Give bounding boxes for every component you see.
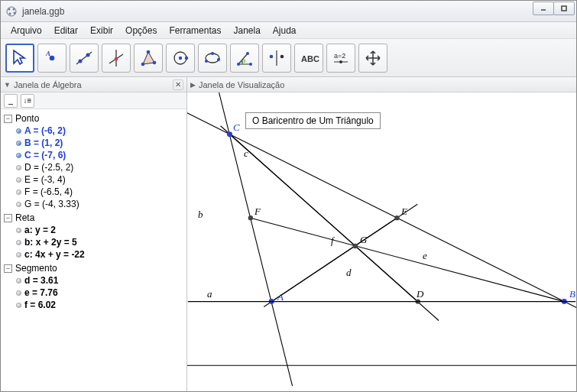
- menu-exibir[interactable]: Exibir: [85, 24, 118, 37]
- window-title: janela.ggb: [22, 6, 64, 17]
- svg-rect-6: [562, 6, 566, 11]
- maximize-button[interactable]: [553, 2, 575, 15]
- tool-moveview-button[interactable]: [358, 44, 387, 73]
- graphics-caption: O Baricentro de Um Triângulo: [245, 112, 381, 129]
- graphics-title: Janela de Visualização: [199, 80, 284, 89]
- tree-item[interactable]: F = (-6.5, 4): [16, 186, 185, 198]
- label-line-a: a: [207, 288, 212, 300]
- aux-button[interactable]: ↓≡: [21, 94, 34, 108]
- tree-item[interactable]: G = (-4, 3.33): [16, 198, 185, 210]
- visibility-dot-icon[interactable]: [16, 153, 21, 158]
- group-header[interactable]: − Reta: [2, 212, 185, 224]
- visibility-dot-icon[interactable]: [16, 278, 21, 283]
- visibility-dot-icon[interactable]: [16, 228, 21, 233]
- tool-point-button[interactable]: A: [37, 44, 66, 73]
- svg-point-10: [79, 59, 83, 63]
- algebra-close-button[interactable]: ✕: [173, 79, 183, 90]
- group-name: Segmento: [15, 263, 57, 274]
- svg-point-14: [115, 57, 118, 60]
- label-seg-d: d: [346, 267, 352, 279]
- label-C: C: [233, 121, 240, 134]
- minimize-button[interactable]: [533, 2, 554, 15]
- tree-item[interactable]: E = (-3, 4): [16, 173, 185, 186]
- tree-item[interactable]: B = (1, 2): [16, 137, 185, 149]
- menu-arquivo[interactable]: Arquivo: [5, 24, 47, 37]
- tree-item[interactable]: b: x + 2y = 5: [16, 236, 185, 248]
- tool-circle-button[interactable]: [166, 44, 195, 73]
- label-seg-e: e: [423, 250, 427, 262]
- collapse-icon[interactable]: ▶: [190, 81, 196, 89]
- label-B: B: [569, 288, 575, 300]
- tool-conic-button[interactable]: [198, 44, 227, 73]
- tool-text-button[interactable]: ABC: [294, 44, 323, 73]
- collapse-box-icon[interactable]: −: [4, 264, 12, 273]
- tool-line-button[interactable]: [70, 44, 99, 73]
- collapse-icon[interactable]: ▼: [4, 81, 11, 89]
- menu-janela[interactable]: Janela: [228, 24, 265, 37]
- title-bar: janela.ggb: [1, 1, 576, 22]
- svg-point-51: [352, 244, 357, 248]
- label-line-b: b: [198, 209, 203, 221]
- app-icon: [5, 5, 18, 18]
- label-line-c: c: [244, 147, 248, 160]
- group-header[interactable]: − Ponto: [2, 112, 185, 125]
- visibility-dot-icon[interactable]: [16, 303, 21, 308]
- graphics-panel: ▶ Janela de Visualização: [187, 77, 576, 391]
- tree-item[interactable]: A = (-6, 2): [16, 125, 185, 137]
- tool-slider-button[interactable]: a=2: [326, 44, 355, 73]
- svg-point-49: [394, 215, 399, 220]
- group-header[interactable]: − Segmento: [2, 262, 185, 274]
- toolbar: A α ABC a=2: [1, 39, 576, 77]
- svg-point-0: [7, 7, 16, 16]
- svg-line-43: [221, 126, 439, 321]
- visibility-dot-icon[interactable]: [16, 240, 21, 245]
- svg-point-4: [14, 11, 16, 14]
- group-name: Ponto: [15, 113, 39, 124]
- visibility-dot-icon[interactable]: [16, 202, 21, 207]
- algebra-tree[interactable]: − Ponto A = (-6, 2) B = (1, 2) C = (-7, …: [1, 109, 186, 391]
- menu-editar[interactable]: Editar: [49, 24, 83, 37]
- tree-item[interactable]: d = 3.61: [16, 274, 185, 287]
- algebra-panel: ▼ Janela de Álgebra ✕ ⎯ ↓≡ − Ponto A = (…: [1, 77, 187, 391]
- svg-point-31: [270, 54, 274, 58]
- tool-perpendicular-button[interactable]: [102, 44, 131, 73]
- menu-opcoes[interactable]: Opções: [120, 24, 162, 37]
- graphics-canvas[interactable]: O Baricentro de Um Triângulo A B C D E F…: [187, 92, 576, 391]
- algebra-header: ▼ Janela de Álgebra ✕: [1, 77, 186, 92]
- visibility-dot-icon[interactable]: [16, 165, 21, 170]
- tool-polygon-button[interactable]: [134, 44, 163, 73]
- tool-angle-button[interactable]: α: [230, 44, 259, 73]
- tree-item[interactable]: f = 6.02: [16, 299, 185, 311]
- svg-point-47: [227, 131, 232, 137]
- visibility-dot-icon[interactable]: [16, 252, 21, 258]
- svg-line-44: [264, 204, 417, 306]
- tool-move-button[interactable]: [5, 44, 34, 73]
- visibility-dot-icon[interactable]: [16, 141, 21, 146]
- menu-bar: Arquivo Editar Exibir Opções Ferramentas…: [1, 22, 576, 39]
- visibility-dot-icon[interactable]: [16, 177, 21, 183]
- tree-item[interactable]: C = (-7, 6): [16, 149, 185, 161]
- collapse-box-icon[interactable]: −: [4, 214, 12, 222]
- menu-ajuda[interactable]: Ajuda: [267, 24, 302, 37]
- tree-item[interactable]: e = 7.76: [16, 287, 185, 299]
- svg-point-23: [205, 60, 208, 63]
- visibility-dot-icon[interactable]: [16, 128, 21, 134]
- svg-point-11: [86, 53, 90, 57]
- visibility-dot-icon[interactable]: [16, 190, 21, 195]
- collapse-box-icon[interactable]: −: [4, 115, 12, 123]
- svg-point-17: [147, 50, 151, 53]
- group-name: Reta: [15, 212, 34, 223]
- svg-point-1: [8, 8, 11, 10]
- svg-point-36: [339, 60, 342, 63]
- visibility-dot-icon[interactable]: [16, 290, 21, 296]
- tool-reflection-button[interactable]: [262, 44, 291, 73]
- svg-point-24: [211, 52, 214, 55]
- svg-point-3: [9, 12, 11, 15]
- menu-ferramentas[interactable]: Ferramentas: [164, 24, 226, 37]
- tree-item[interactable]: D = (-2.5, 2): [16, 161, 185, 173]
- tree-item[interactable]: c: 4x + y = -22: [16, 248, 185, 261]
- sort-button[interactable]: ⎯: [4, 94, 18, 108]
- tree-item[interactable]: a: y = 2: [16, 224, 185, 236]
- label-D: D: [417, 288, 423, 300]
- svg-point-25: [217, 58, 220, 61]
